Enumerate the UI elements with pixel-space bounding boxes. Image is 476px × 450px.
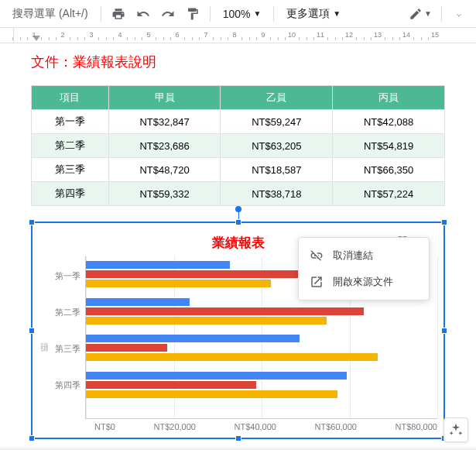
bar [86, 353, 378, 361]
table-row: 第一季NT$32,847NT$59,247NT$42,088 [32, 110, 445, 134]
table-cell: NT$38,718 [221, 182, 333, 206]
zoom-dropdown[interactable]: 100% ▼ [217, 5, 268, 23]
more-options-dropdown[interactable]: 更多選項 ▼ [280, 4, 347, 24]
table-cell: NT$59,247 [221, 110, 333, 134]
y-category-label: 第三季 [55, 343, 80, 355]
bar [86, 280, 271, 287]
y-category-label: 第四季 [55, 380, 80, 391]
unlink-icon [310, 249, 324, 263]
format-paint-icon [186, 7, 200, 21]
resize-handle-tm[interactable] [235, 219, 241, 225]
menu-item-label: 取消連結 [333, 249, 373, 263]
table-cell: 第二季 [32, 134, 109, 158]
ruler-mark: 1 [32, 31, 36, 39]
ruler-mark: 4 [118, 31, 122, 39]
chevron-down-icon: ▼ [333, 9, 341, 18]
x-tick-label: NT$60,000 [315, 422, 357, 431]
ruler-mark: 3 [89, 31, 93, 39]
ruler-left-margin [0, 28, 14, 43]
chevron-down-icon: ▼ [424, 9, 432, 18]
explore-icon [448, 422, 464, 438]
bar [86, 298, 190, 306]
undo-button[interactable] [132, 3, 154, 25]
ruler-mark: 11 [317, 31, 324, 39]
y-category-label: 第二季 [55, 307, 80, 318]
undo-icon [136, 7, 150, 21]
separator [441, 6, 442, 22]
print-icon [111, 7, 125, 21]
table-header: 甲員 [108, 86, 221, 110]
separator [273, 6, 274, 22]
resize-handle-tr[interactable] [441, 219, 447, 225]
table-cell: NT$48,720 [108, 158, 221, 182]
table-cell: 第一季 [32, 110, 109, 134]
x-tick-label: NT$40,000 [235, 422, 276, 431]
toolbar: 搜尋選單 (Alt+/) 100% ▼ 更多選項 ▼ ▼ ⌵ [0, 0, 476, 28]
x-tick-label: NT$0 [94, 422, 115, 431]
separator [101, 6, 101, 22]
table-cell: NT$54,819 [333, 134, 445, 158]
menu-item-open-source[interactable]: 開啟來源文件 [299, 269, 429, 295]
bar-group [86, 333, 437, 364]
explore-button[interactable] [443, 417, 468, 442]
table-row: 第四季NT$59,332NT$38,718NT$57,224 [32, 182, 445, 206]
pencil-icon [409, 7, 423, 21]
ruler[interactable]: 123456789101112131415 [0, 28, 476, 43]
x-tick-label: NT$20,000 [153, 422, 195, 431]
ruler-mark: 10 [288, 31, 296, 39]
table-cell: NT$23,686 [108, 134, 221, 158]
menu-item-unlink[interactable]: 取消連結 [299, 242, 429, 269]
bar-group [86, 370, 437, 401]
ruler-mark: 6 [175, 31, 179, 39]
ruler-mark: 12 [345, 31, 353, 39]
menu-item-label: 開啟來源文件 [333, 275, 393, 289]
open-external-icon [310, 275, 324, 289]
bar [86, 390, 337, 398]
resize-handle-mr[interactable] [441, 328, 447, 334]
resize-handle-tl[interactable] [29, 219, 35, 225]
table-header: 丙員 [333, 86, 445, 110]
expand-button[interactable]: ⌵ [448, 3, 470, 25]
editing-mode-dropdown[interactable]: ▼ [406, 5, 435, 22]
bar [86, 307, 364, 315]
chevron-down-icon: ⌵ [457, 9, 461, 18]
ruler-mark: 15 [431, 31, 439, 39]
separator [210, 6, 211, 22]
ruler-mark: 8 [232, 31, 236, 39]
chevron-down-icon: ▼ [253, 9, 261, 18]
bar [86, 317, 327, 325]
redo-icon [161, 7, 175, 21]
search-placeholder: 搜尋選單 (Alt+/) [12, 7, 88, 21]
ruler-mark: 14 [402, 31, 410, 39]
bar-group [86, 297, 437, 328]
table-cell: NT$66,350 [333, 158, 445, 182]
bar [86, 372, 347, 380]
resize-handle-bl[interactable] [29, 435, 35, 441]
table-cell: NT$42,088 [333, 110, 445, 134]
table-header: 項目 [32, 86, 109, 110]
y-axis-label: 項目 [39, 336, 50, 339]
ruler-mark: 13 [374, 31, 382, 39]
rotate-handle[interactable] [235, 206, 241, 212]
ruler-mark: 7 [204, 31, 207, 39]
menu-search[interactable]: 搜尋選單 (Alt+/) [6, 4, 94, 24]
ruler-mark: 5 [146, 31, 150, 39]
table-row: 第三季NT$48,720NT$18,587NT$66,350 [32, 158, 445, 182]
redo-button[interactable] [157, 3, 179, 25]
format-paint-button[interactable] [182, 3, 204, 25]
table-header: 乙員 [221, 86, 333, 110]
resize-handle-bm[interactable] [235, 435, 241, 441]
ruler-mark: 2 [60, 31, 64, 39]
bar [86, 335, 300, 342]
resize-handle-ml[interactable] [29, 328, 35, 334]
chart-link-menu: 取消連結 開啟來源文件 [298, 237, 430, 301]
print-button[interactable] [108, 3, 129, 25]
bar [86, 261, 230, 269]
table-cell: NT$63,205 [221, 134, 333, 158]
bar [86, 344, 167, 352]
table-row: 第二季NT$23,686NT$63,205NT$54,819 [32, 134, 445, 158]
bar [86, 381, 256, 389]
table-cell: 第四季 [32, 182, 109, 206]
table-cell: NT$32,847 [108, 110, 221, 134]
table-cell: NT$18,587 [221, 158, 333, 182]
